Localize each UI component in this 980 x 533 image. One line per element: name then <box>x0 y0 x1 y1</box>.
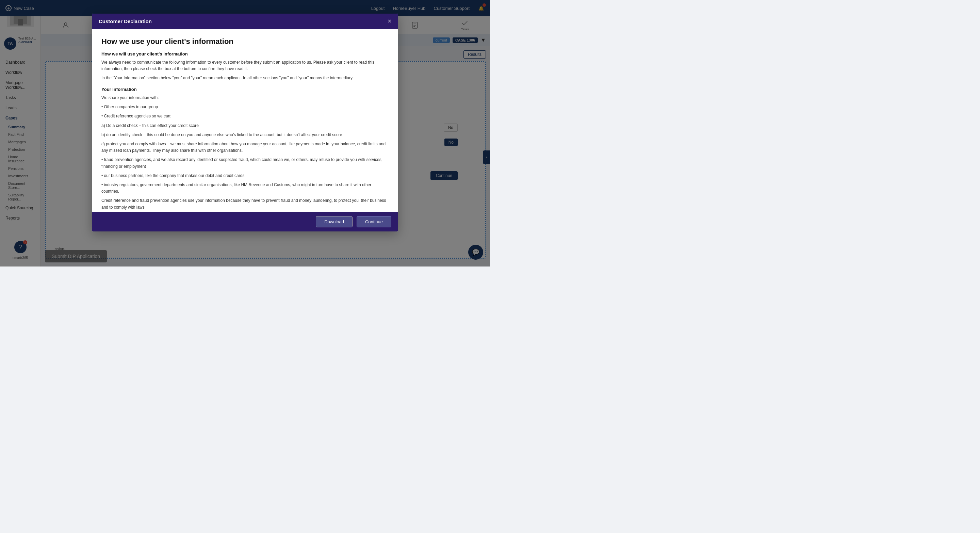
section-title-1: How we will use your client's informatio… <box>102 51 388 57</box>
modal-para-10: • our business partners, like the compan… <box>102 173 388 179</box>
modal-title: Customer Declaration <box>99 18 152 24</box>
modal-continue-button[interactable]: Continue <box>356 216 391 228</box>
modal-main-title: How we use your client's information <box>102 37 388 46</box>
modal-para-6: a) Do a credit check – this can effect y… <box>102 123 388 129</box>
download-button[interactable]: Download <box>316 216 353 228</box>
modal-close-button[interactable]: × <box>388 18 391 25</box>
customer-declaration-modal: Customer Declaration × How we use your c… <box>92 14 398 231</box>
modal-para-12: Credit reference and fraud prevention ag… <box>102 197 388 210</box>
modal-body: How we use your client's information How… <box>92 29 398 212</box>
modal-para-1: We always need to communicate the follow… <box>102 59 388 72</box>
modal-header: Customer Declaration × <box>92 14 398 29</box>
modal-para-7: b) do an identity check – this could be … <box>102 132 388 138</box>
modal-para-11: • industry regulators, government depart… <box>102 182 388 195</box>
modal-footer: Download Continue <box>92 212 398 231</box>
modal-para-3: We share your information with: <box>102 95 388 101</box>
modal-para-9: • fraud prevention agencies, and we also… <box>102 157 388 170</box>
modal-para-4: • Other companies in our group <box>102 104 388 110</box>
modal-para-5: • Credit reference agencies so we can: <box>102 113 388 119</box>
modal-para-8: c) protect you and comply with laws – we… <box>102 141 388 154</box>
modal-para-2: In the "Your Information" section below … <box>102 75 388 81</box>
section-title-2: Your Information <box>102 87 388 92</box>
